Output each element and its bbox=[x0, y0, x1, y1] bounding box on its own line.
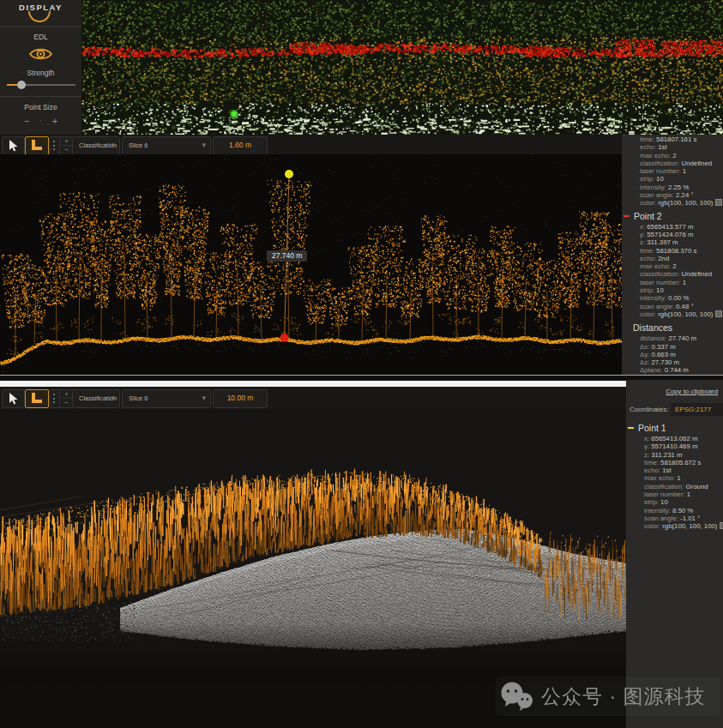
info-field: echo: 1st bbox=[626, 466, 723, 474]
info-field: strip: 10 bbox=[622, 286, 723, 294]
info-field: intensity: 8.50 % bbox=[626, 507, 723, 514]
cursor-arrow-icon bbox=[9, 393, 19, 405]
coordinates-label: Coordinates: bbox=[630, 406, 668, 413]
coordinates-row: Coordinates: EPSG:2177 bbox=[626, 403, 723, 416]
slice-dropdown[interactable]: Slice 6 ▾ bbox=[122, 136, 211, 155]
point2-collapse-icon[interactable] bbox=[624, 215, 630, 217]
copy-to-clipboard-link[interactable]: Copy to clipboard bbox=[666, 388, 718, 395]
info-field: strip: 10 bbox=[626, 498, 723, 506]
info-field: time: 581808.370 s bbox=[622, 247, 723, 255]
info-field: max echo: 2 bbox=[622, 262, 723, 270]
chevron-down-icon: ▾ bbox=[202, 394, 206, 402]
cursor-arrow-icon bbox=[9, 140, 19, 152]
measurement-distance-label: 27.740 m bbox=[267, 250, 307, 262]
profile-tool-button[interactable] bbox=[25, 136, 49, 155]
chevron-down-icon: ▾ bbox=[111, 394, 115, 402]
info-field: classification: Ground bbox=[626, 483, 723, 490]
select-cursor-button[interactable] bbox=[2, 389, 25, 408]
info-field: Δz: 27.730 m bbox=[622, 358, 723, 366]
mid-point-info-panel: time: 581807.161 secho: 1stmax echo: 2cl… bbox=[622, 135, 723, 375]
info-field: distance: 27.740 m bbox=[622, 334, 723, 342]
point-size-label: Point Size bbox=[0, 103, 81, 111]
info-field: scan angle: -1.01 ° bbox=[626, 514, 723, 522]
profile-l-icon bbox=[31, 140, 42, 151]
profile-tool-button[interactable] bbox=[25, 389, 49, 408]
view-options-button[interactable]: +− bbox=[49, 389, 73, 408]
dots-icon bbox=[50, 137, 60, 154]
slice-width-value[interactable]: 1.60 m bbox=[213, 136, 268, 155]
color-swatch bbox=[715, 199, 722, 206]
slice-dropdown[interactable]: Slice 6 ▾ bbox=[122, 389, 211, 408]
partial-icon bbox=[28, 11, 51, 22]
point1-header[interactable]: Point 1 bbox=[626, 423, 723, 433]
info-field: Δy: 0.663 m bbox=[622, 351, 723, 358]
mid-toolbar: +− Classification ▾ Slice 6 ▾ 1.60 m bbox=[0, 135, 622, 154]
info-field: max echo: 1 bbox=[626, 474, 723, 482]
classification-dropdown[interactable]: Classification ▾ bbox=[72, 389, 120, 408]
info-field: classification: Undefined bbox=[622, 159, 723, 167]
info-field: intensity: 0.00 % bbox=[622, 294, 723, 302]
plus-minus-icon: +− bbox=[61, 137, 72, 154]
strength-label: Strength bbox=[0, 69, 81, 77]
info-field: Δx: 0.337 m bbox=[622, 343, 723, 351]
point-size-decrease-button[interactable]: − bbox=[24, 116, 29, 126]
info-field: z: 311.397 m bbox=[622, 238, 723, 246]
point-size-dot: · bbox=[39, 117, 41, 123]
info-field: laser number: 1 bbox=[622, 167, 723, 175]
strength-slider[interactable] bbox=[7, 84, 75, 86]
point-size-controls: −·+ bbox=[0, 116, 81, 126]
lidar-app-window: DISPLAY EDL Strength Point Size −·+ bbox=[0, 0, 723, 728]
divider bbox=[0, 96, 81, 97]
profile-l-icon bbox=[31, 393, 42, 404]
select-cursor-button[interactable] bbox=[2, 136, 25, 155]
plus-minus-icon: +− bbox=[61, 390, 72, 407]
info-field: x: 6565413.577 m bbox=[622, 223, 723, 231]
chevron-down-icon: ▾ bbox=[202, 141, 206, 149]
info-field: intensity: 2.25 % bbox=[622, 184, 723, 191]
divider bbox=[0, 26, 81, 27]
info-field: laser number: 1 bbox=[622, 279, 723, 286]
info-field: echo: 2nd bbox=[622, 255, 723, 262]
info-field: echo: 1st bbox=[622, 143, 723, 151]
color-field: color: rgb(100, 100, 100) bbox=[622, 310, 723, 318]
color-swatch bbox=[715, 310, 722, 317]
copy-to-clipboard-row: Copy to clipboard bbox=[626, 380, 723, 395]
section-gap-white bbox=[0, 381, 626, 387]
watermark: 公众号 · 图源科技 bbox=[496, 677, 720, 716]
info-field: classification: Undefined bbox=[622, 270, 723, 278]
point1-fields: x: 6565413.062 my: 5571410.469 mz: 311.2… bbox=[626, 435, 723, 522]
info-field: time: 581807.161 s bbox=[622, 135, 723, 143]
point2-header[interactable]: Point 2 bbox=[622, 211, 723, 221]
info-field: scan angle: 0.48 ° bbox=[622, 303, 723, 310]
watermark-text: 公众号 · 图源科技 bbox=[541, 683, 705, 710]
classification-dropdown[interactable]: Classification ▾ bbox=[72, 136, 120, 155]
distances-fields: distance: 27.740 mΔx: 0.337 mΔy: 0.663 m… bbox=[622, 334, 723, 375]
color-swatch bbox=[720, 522, 723, 529]
top-orthophoto-pointcloud-view[interactable] bbox=[81, 0, 723, 135]
coordinates-input[interactable]: EPSG:2177 bbox=[671, 403, 723, 416]
cross-section-pointcloud-view[interactable] bbox=[0, 154, 622, 375]
distances-header: Distances bbox=[622, 322, 723, 333]
info-field: Δplane: 0.744 m bbox=[622, 366, 723, 374]
info-field: strip: 10 bbox=[622, 175, 723, 183]
info-field: time: 581805.672 s bbox=[626, 459, 723, 466]
info-field: x: 6565413.062 m bbox=[626, 435, 723, 442]
point1-collapse-icon[interactable] bbox=[628, 427, 634, 429]
strength-slider-knob[interactable] bbox=[17, 81, 26, 89]
edl-label: EDL bbox=[0, 33, 81, 41]
display-panel: DISPLAY EDL Strength Point Size −·+ bbox=[0, 0, 81, 135]
view-options-button[interactable]: +− bbox=[49, 136, 73, 155]
info-field: y: 5571410.469 m bbox=[626, 442, 723, 450]
color-field: color: rgb(100, 100, 100) bbox=[622, 199, 723, 207]
bottom-toolbar: +− Classification ▾ Slice 6 ▾ 10.00 m bbox=[0, 387, 626, 409]
wechat-icon bbox=[499, 681, 535, 712]
info-field: z: 311.231 m bbox=[626, 451, 723, 459]
point-size-increase-button[interactable]: + bbox=[52, 116, 57, 126]
point1-tail-fields: time: 581807.161 secho: 1stmax echo: 2cl… bbox=[622, 135, 723, 199]
color-field: color: rgb(100, 100, 100) bbox=[626, 522, 723, 530]
edl-eye-icon[interactable] bbox=[28, 45, 53, 63]
chevron-down-icon: ▾ bbox=[111, 141, 115, 149]
dots-icon bbox=[50, 390, 60, 407]
slice-width-value[interactable]: 10.00 m bbox=[213, 389, 268, 408]
info-field: y: 5571424.076 m bbox=[622, 231, 723, 238]
